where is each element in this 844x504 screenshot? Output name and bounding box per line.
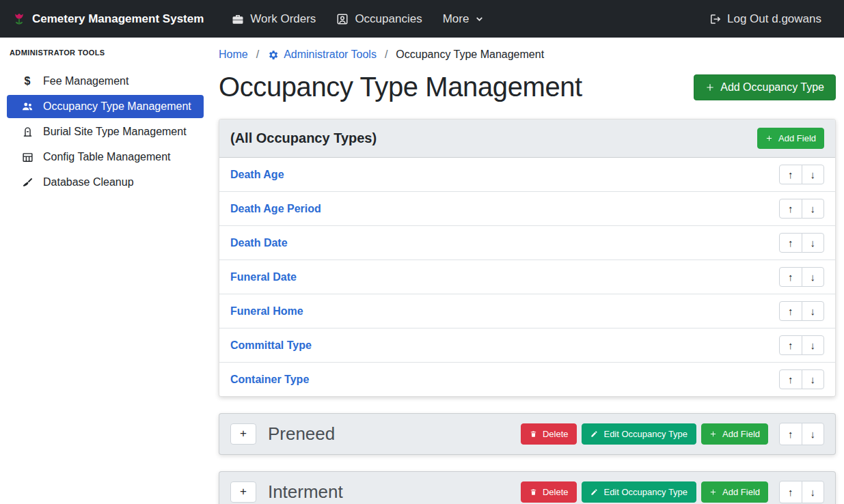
field-row: Container Type ↑ ↓	[219, 363, 835, 396]
edit-occupancy-type-button[interactable]: Edit Occupancy Type	[582, 423, 696, 445]
field-link[interactable]: Death Age	[230, 169, 284, 181]
card-title: (All Occupancy Types)	[230, 130, 377, 146]
logout-icon	[709, 13, 721, 25]
breadcrumb: Home / Administrator Tools / Occupancy T…	[219, 48, 836, 61]
delete-label: Delete	[543, 487, 569, 497]
expand-section-button[interactable]: +	[230, 423, 256, 445]
section-title: Interment	[268, 481, 343, 503]
dollar-icon: $	[21, 75, 34, 87]
move-up-button[interactable]: ↑	[779, 165, 802, 184]
table-icon	[21, 152, 34, 163]
delete-button[interactable]: Delete	[521, 481, 577, 503]
plus-icon	[709, 430, 717, 438]
move-down-button[interactable]: ↓	[802, 199, 825, 219]
reorder-controls: ↑ ↓	[779, 369, 824, 389]
field-row: Death Age ↑ ↓	[219, 158, 835, 192]
move-up-button[interactable]: ↑	[779, 369, 802, 389]
add-field-button[interactable]: Add Field	[757, 128, 824, 149]
field-row: Funeral Home ↑ ↓	[219, 294, 835, 328]
move-up-button[interactable]: ↑	[779, 233, 802, 253]
field-row: Death Date ↑ ↓	[219, 226, 835, 260]
reorder-controls: ↑ ↓	[779, 423, 824, 445]
move-up-button[interactable]: ↑	[779, 481, 802, 503]
flower-logo-icon	[12, 12, 26, 26]
reorder-controls: ↑ ↓	[779, 233, 824, 253]
occupancy-type-section-interment: + Interment Delete Edit Occupancy Type	[219, 471, 836, 504]
sidebar-item-burial-site-type-management[interactable]: Burial Site Type Management	[7, 120, 204, 143]
delete-button[interactable]: Delete	[521, 423, 577, 445]
nav-item-work-orders[interactable]: Work Orders	[221, 0, 326, 38]
field-row: Committal Type ↑ ↓	[219, 328, 835, 363]
reorder-controls: ↑ ↓	[779, 335, 824, 355]
field-row: Death Age Period ↑ ↓	[219, 192, 835, 226]
trash-icon	[530, 430, 537, 438]
logout-button[interactable]: Log Out d.gowans	[698, 0, 832, 38]
sidebar-item-label: Database Cleanup	[43, 176, 134, 188]
app-brand[interactable]: Cemetery Management System	[12, 12, 204, 26]
nav-item-more[interactable]: More	[433, 0, 495, 38]
field-link[interactable]: Funeral Home	[230, 305, 303, 318]
breadcrumb-current: Occupancy Type Management	[396, 48, 544, 61]
sidebar-item-occupancy-type-management[interactable]: Occupancy Type Management	[7, 95, 204, 118]
section-title: Preneed	[268, 423, 335, 445]
move-down-button[interactable]: ↓	[802, 233, 825, 253]
breadcrumb-admin-tools-link[interactable]: Administrator Tools	[267, 48, 377, 61]
broom-icon	[21, 177, 34, 188]
reorder-controls: ↑ ↓	[779, 199, 824, 219]
nav-item-label: More	[443, 12, 469, 26]
move-down-button[interactable]: ↓	[802, 481, 825, 503]
sidebar-item-database-cleanup[interactable]: Database Cleanup	[7, 171, 204, 194]
reorder-controls: ↑ ↓	[779, 301, 824, 321]
add-field-button[interactable]: Add Field	[701, 481, 768, 503]
sidebar-item-fee-management[interactable]: $ Fee Management	[7, 70, 204, 93]
field-link[interactable]: Death Age Period	[230, 203, 321, 215]
edit-label: Edit Occupancy Type	[603, 487, 688, 497]
trash-icon	[530, 488, 537, 496]
reorder-controls: ↑ ↓	[779, 267, 824, 287]
field-link[interactable]: Death Date	[230, 237, 288, 249]
users-icon	[21, 100, 34, 113]
add-field-label: Add Field	[722, 429, 760, 439]
sidebar-item-label: Burial Site Type Management	[43, 126, 187, 138]
breadcrumb-label: Home	[219, 48, 248, 61]
expand-section-button[interactable]: +	[230, 481, 256, 503]
move-down-button[interactable]: ↓	[802, 165, 825, 184]
move-down-button[interactable]: ↓	[802, 301, 825, 321]
gear-icon	[267, 49, 279, 61]
logout-label: Log Out d.gowans	[727, 12, 821, 26]
nav-item-occupancies[interactable]: Occupancies	[326, 0, 432, 38]
edit-occupancy-type-button[interactable]: Edit Occupancy Type	[582, 481, 696, 503]
plus-icon	[705, 83, 715, 92]
move-down-button[interactable]: ↓	[802, 335, 825, 355]
breadcrumb-separator: /	[256, 48, 259, 61]
delete-label: Delete	[543, 429, 569, 439]
add-field-button[interactable]: Add Field	[701, 423, 768, 445]
field-link[interactable]: Committal Type	[230, 339, 312, 352]
all-occupancy-types-card: (All Occupancy Types) Add Field Death Ag…	[219, 119, 836, 397]
field-row: Funeral Date ↑ ↓	[219, 260, 835, 294]
chevron-down-icon	[475, 14, 484, 23]
add-occupancy-type-button[interactable]: Add Occupancy Type	[694, 74, 836, 100]
occupancy-type-section-preneed: + Preneed Delete Edit Occupancy Type	[219, 413, 836, 455]
pencil-icon	[590, 488, 598, 496]
move-down-button[interactable]: ↓	[802, 369, 825, 389]
edit-label: Edit Occupancy Type	[603, 429, 688, 439]
move-down-button[interactable]: ↓	[802, 267, 825, 287]
move-up-button[interactable]: ↑	[779, 199, 802, 219]
move-down-button[interactable]: ↓	[802, 423, 825, 445]
sidebar: ADMINISTRATOR TOOLS $ Fee Management Occ…	[0, 38, 210, 504]
move-up-button[interactable]: ↑	[779, 423, 802, 445]
plus-icon	[765, 135, 773, 142]
field-link[interactable]: Funeral Date	[230, 271, 297, 283]
add-field-label: Add Field	[778, 133, 816, 143]
move-up-button[interactable]: ↑	[779, 335, 802, 355]
move-up-button[interactable]: ↑	[779, 301, 802, 321]
sidebar-item-label: Occupancy Type Management	[43, 100, 191, 113]
sidebar-item-config-table-management[interactable]: Config Table Management	[7, 145, 204, 169]
move-up-button[interactable]: ↑	[779, 267, 802, 287]
app-title: Cemetery Management System	[32, 12, 204, 26]
breadcrumb-home-link[interactable]: Home	[219, 48, 248, 61]
add-occupancy-type-label: Add Occupancy Type	[720, 81, 824, 94]
reorder-controls: ↑ ↓	[779, 481, 824, 503]
field-link[interactable]: Container Type	[230, 374, 309, 386]
